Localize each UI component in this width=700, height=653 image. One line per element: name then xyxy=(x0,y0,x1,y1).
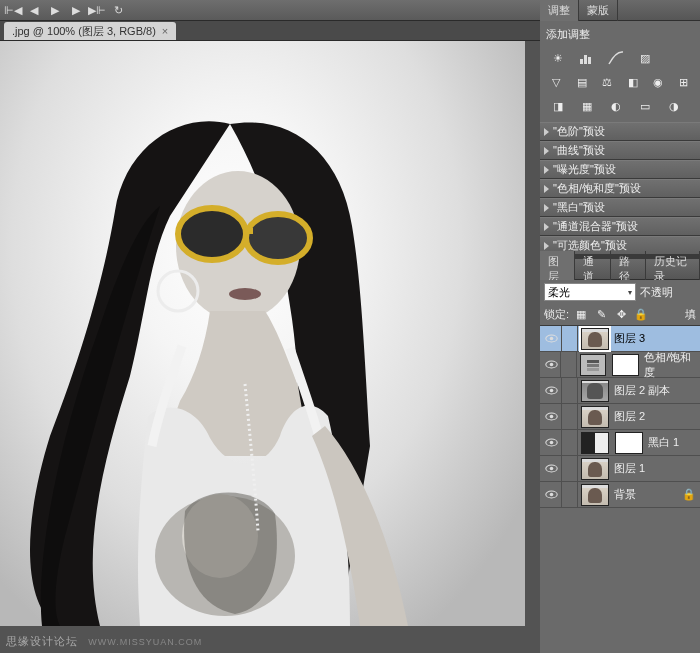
visibility-toggle[interactable] xyxy=(542,352,561,378)
layer-thumb[interactable] xyxy=(581,458,609,480)
layer-row[interactable]: 图层 2 xyxy=(540,404,700,430)
tool-last-icon[interactable]: ▶⊩ xyxy=(88,2,106,18)
layers-list: 图层 3色相/饱和度图层 2 副本图层 2黑白 1图层 1背景🔒 xyxy=(540,326,700,653)
vibrance-icon[interactable]: ▽ xyxy=(548,74,565,90)
lock-pixels-icon[interactable]: ✎ xyxy=(593,308,609,322)
visibility-toggle[interactable] xyxy=(542,482,562,508)
lock-all-icon[interactable]: 🔒 xyxy=(633,308,649,322)
layer-row[interactable]: 色相/饱和度 xyxy=(540,352,700,378)
right-panel-dock: 调整 蒙版 添加调整 ☀ ▨ ▽ ▤ ⚖ ◧ ◉ ⊞ ◨ ▦ ◐ ▭ ◑ "色阶… xyxy=(540,0,700,653)
exposure-icon[interactable]: ▨ xyxy=(635,50,655,66)
link-column[interactable] xyxy=(561,352,576,378)
black-white-icon[interactable]: ◧ xyxy=(625,74,642,90)
layers-tabs: 图层 通道 路径 历史记录 xyxy=(540,259,700,280)
lock-label: 锁定: xyxy=(544,307,569,322)
tool-loop-icon[interactable]: ↻ xyxy=(109,2,127,18)
link-column[interactable] xyxy=(562,404,578,430)
svg-point-21 xyxy=(550,415,554,419)
threshold-icon[interactable]: ◐ xyxy=(606,98,626,114)
adjustments-panel: 添加调整 ☀ ▨ ▽ ▤ ⚖ ◧ ◉ ⊞ ◨ ▦ ◐ ▭ ◑ xyxy=(540,21,700,122)
layer-mask-thumb[interactable] xyxy=(612,354,639,376)
posterize-icon[interactable]: ▦ xyxy=(577,98,597,114)
chevron-right-icon xyxy=(544,204,549,212)
layer-thumb[interactable] xyxy=(581,484,609,506)
layer-thumb[interactable] xyxy=(581,432,609,454)
layer-name[interactable]: 图层 1 xyxy=(612,461,645,476)
layer-name[interactable]: 黑白 1 xyxy=(646,435,679,450)
svg-rect-9 xyxy=(584,55,587,64)
layer-row[interactable]: 黑白 1 xyxy=(540,430,700,456)
svg-point-25 xyxy=(550,467,554,471)
photo-filter-icon[interactable]: ◉ xyxy=(650,74,667,90)
lock-transparency-icon[interactable]: ▦ xyxy=(573,308,589,322)
tool-play-icon[interactable]: ▶ xyxy=(46,2,64,18)
layer-mask-thumb[interactable] xyxy=(615,432,643,454)
layer-name[interactable]: 图层 2 副本 xyxy=(612,383,670,398)
brightness-contrast-icon[interactable]: ☀ xyxy=(548,50,568,66)
tool-prev-icon[interactable]: ◀ xyxy=(25,2,43,18)
layer-name[interactable]: 色相/饱和度 xyxy=(642,350,700,380)
preset-exposure[interactable]: "曝光度"预设 xyxy=(540,160,700,179)
tab-masks[interactable]: 蒙版 xyxy=(579,0,618,21)
color-balance-icon[interactable]: ⚖ xyxy=(599,74,616,90)
svg-rect-3 xyxy=(243,228,253,234)
link-column[interactable] xyxy=(562,430,578,456)
adj-icon-row-2: ▽ ▤ ⚖ ◧ ◉ ⊞ xyxy=(546,70,694,94)
visibility-toggle[interactable] xyxy=(542,326,562,352)
tool-next-icon[interactable]: ▶ xyxy=(67,2,85,18)
preset-levels[interactable]: "色阶"预设 xyxy=(540,122,700,141)
gradient-map-icon[interactable]: ▭ xyxy=(635,98,655,114)
chevron-right-icon xyxy=(544,185,549,193)
curves-icon[interactable] xyxy=(606,50,626,66)
layer-name[interactable]: 图层 2 xyxy=(612,409,645,424)
link-column[interactable] xyxy=(562,378,578,404)
preset-list: "色阶"预设 "曲线"预设 "曝光度"预设 "色相/饱和度"预设 "黑白"预设 … xyxy=(540,122,700,255)
layer-row[interactable]: 图层 2 副本 xyxy=(540,378,700,404)
document-tab-label: .jpg @ 100% (图层 3, RGB/8) xyxy=(12,24,156,39)
visibility-toggle[interactable] xyxy=(542,430,562,456)
layer-thumb[interactable] xyxy=(581,406,609,428)
svg-point-23 xyxy=(550,441,554,445)
adjustments-title: 添加调整 xyxy=(546,25,694,46)
close-icon[interactable]: × xyxy=(162,25,168,37)
tool-first-icon[interactable]: ⊩◀ xyxy=(4,2,22,18)
tab-adjustments[interactable]: 调整 xyxy=(540,0,579,21)
lock-position-icon[interactable]: ✥ xyxy=(613,308,629,322)
lock-row: 锁定: ▦ ✎ ✥ 🔒 填 xyxy=(540,304,700,326)
svg-point-27 xyxy=(550,493,554,497)
watermark: 思缘设计论坛 WWW.MISSYUAN.COM xyxy=(6,634,202,649)
svg-rect-16 xyxy=(587,364,599,367)
preset-bw[interactable]: "黑白"预设 xyxy=(540,198,700,217)
layer-thumb[interactable] xyxy=(580,354,607,376)
layer-row[interactable]: 背景🔒 xyxy=(540,482,700,508)
svg-rect-8 xyxy=(580,59,583,64)
chevron-right-icon xyxy=(544,128,549,136)
layer-thumb[interactable] xyxy=(581,380,609,402)
selective-color-icon[interactable]: ◑ xyxy=(664,98,684,114)
link-column[interactable] xyxy=(562,456,578,482)
chevron-right-icon xyxy=(544,147,549,155)
invert-icon[interactable]: ◨ xyxy=(548,98,568,114)
link-column[interactable] xyxy=(562,482,578,508)
layer-thumb[interactable] xyxy=(581,328,609,350)
levels-icon[interactable] xyxy=(577,50,597,66)
preset-curves[interactable]: "曲线"预设 xyxy=(540,141,700,160)
layer-row[interactable]: 图层 3 xyxy=(540,326,700,352)
image-content xyxy=(0,41,525,626)
document-tab[interactable]: .jpg @ 100% (图层 3, RGB/8) × xyxy=(4,22,176,40)
adj-icon-row-3: ◨ ▦ ◐ ▭ ◑ xyxy=(546,94,694,118)
layer-name[interactable]: 图层 3 xyxy=(612,331,645,346)
canvas[interactable] xyxy=(0,41,540,626)
layer-row[interactable]: 图层 1 xyxy=(540,456,700,482)
hue-saturation-icon[interactable]: ▤ xyxy=(574,74,591,90)
preset-huesat[interactable]: "色相/饱和度"预设 xyxy=(540,179,700,198)
blend-mode-select[interactable]: 柔光 ▾ xyxy=(544,283,636,301)
link-column[interactable] xyxy=(562,326,578,352)
layer-name[interactable]: 背景 xyxy=(612,487,636,502)
svg-point-12 xyxy=(550,337,554,341)
preset-channelmixer[interactable]: "通道混合器"预设 xyxy=(540,217,700,236)
visibility-toggle[interactable] xyxy=(542,378,562,404)
visibility-toggle[interactable] xyxy=(542,456,562,482)
channel-mixer-icon[interactable]: ⊞ xyxy=(676,74,693,90)
visibility-toggle[interactable] xyxy=(542,404,562,430)
